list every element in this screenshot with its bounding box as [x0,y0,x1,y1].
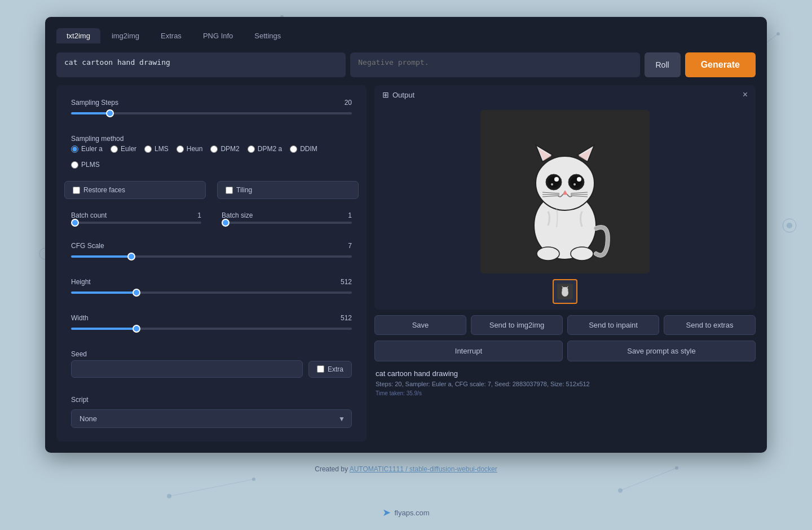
radio-plms[interactable]: PLMS [71,161,100,169]
sampling-steps-value: 20 [345,99,352,107]
generate-button[interactable]: Generate [685,52,756,77]
brand-arrow-icon: ➤ [382,506,391,519]
thumbnail-strip [553,279,577,304]
tab-settings[interactable]: Settings [244,28,291,43]
svg-point-13 [787,223,792,228]
svg-point-17 [618,488,623,493]
generated-image [480,110,650,273]
svg-point-34 [551,183,553,186]
interrupt-button[interactable]: Interrupt [374,341,563,361]
svg-point-43 [537,247,559,260]
output-image-area [374,104,756,310]
output-label-text: Output [392,91,414,99]
seed-input[interactable]: -1 [71,360,303,378]
gen-prompt-title: cat cartoon hand drawing [376,369,754,378]
height-value: 512 [341,278,352,286]
radio-dpm2[interactable]: DPM2 [210,145,239,153]
svg-line-19 [169,479,254,496]
output-header: ⊞ Output × [374,85,756,104]
batch-count-value: 1 [197,211,201,219]
footer-area: Created by AUTOMATIC1111 / stable-diffus… [45,457,767,476]
seed-row: -1 Extra [71,360,352,378]
svg-point-44 [571,247,593,260]
height-slider[interactable] [71,292,352,294]
tab-txt2img[interactable]: txt2img [56,28,100,43]
batch-count-slider[interactable] [71,222,201,224]
cfg-scale-value: 7 [348,242,352,250]
batch-count-label: Batch count [71,211,107,219]
send-inpaint-button[interactable]: Send to inpaint [567,315,659,335]
restore-faces-label: Restore faces [83,186,125,194]
batch-size-value: 1 [348,211,352,219]
output-label: ⊞ Output [382,90,414,99]
tab-extras[interactable]: Extras [151,28,192,43]
width-slider[interactable] [71,328,352,330]
svg-point-32 [554,177,559,182]
sampling-method-row: Euler a Euler LMS Heun DPM2 [71,145,352,169]
batch-row: Batch count 1 Batch size 1 [64,206,359,229]
content-area: Sampling Steps 20 Sampling method Euler … [56,85,756,441]
radio-dpm2a[interactable]: DPM2 a [248,145,282,153]
script-select-wrapper: None ▼ [71,409,352,428]
sampling-method-label: Sampling method [71,135,352,143]
cfg-scale-slider[interactable] [71,255,352,258]
roll-button[interactable]: Roll [645,52,681,77]
cfg-scale-section: CFG Scale 7 [64,236,359,266]
close-button[interactable]: × [743,90,748,100]
tab-img2img[interactable]: img2img [102,28,149,43]
thumbnail-item[interactable] [553,279,577,304]
radio-heun[interactable]: Heun [176,145,203,153]
negative-prompt-input[interactable] [350,52,639,77]
tiling-label: Tiling [236,186,252,194]
seed-section: Seed -1 Extra [64,344,359,383]
script-section: Script None ▼ [64,390,359,434]
sampling-steps-section: Sampling Steps 20 [64,93,359,122]
batch-size-slider[interactable] [222,222,352,224]
svg-point-12 [783,219,796,232]
radio-euler-a[interactable]: Euler a [71,145,103,153]
width-section: Width 512 [64,308,359,338]
left-panel: Sampling Steps 20 Sampling method Euler … [56,85,367,441]
footer-link[interactable]: AUTOMATIC1111 / stable-diffusion-webui-d… [350,465,497,473]
svg-point-8 [776,32,780,36]
prompt-row: cat cartoon hand drawing Roll Generate [56,52,756,77]
script-select[interactable]: None [71,409,352,428]
batch-size-label: Batch size [222,211,253,219]
gen-info: cat cartoon hand drawing Steps: 20, Samp… [374,367,756,399]
height-label: Height [71,278,91,286]
save-button[interactable]: Save [374,315,466,335]
prompt-input[interactable]: cat cartoon hand drawing [56,52,346,77]
tab-bar: txt2img img2img Extras PNG Info Settings [56,28,756,43]
seed-label: Seed [71,350,352,358]
gen-time: Time taken: 35.9/s [376,390,754,396]
tab-png-info[interactable]: PNG Info [193,28,243,43]
batch-count-section: Batch count 1 [64,206,208,229]
width-value: 512 [341,314,352,322]
radio-ddim[interactable]: DDIM [290,145,317,153]
svg-point-16 [252,478,255,481]
radio-euler[interactable]: Euler [111,145,136,153]
script-label: Script [71,396,352,404]
restore-faces-check[interactable]: Restore faces [64,181,206,199]
batch-size-section: Batch size 1 [215,206,359,229]
sampling-steps-slider[interactable] [71,112,352,114]
svg-point-33 [577,177,581,182]
checkbox-row: Restore faces Tiling [64,181,359,199]
gen-details: Steps: 20, Sampler: Euler a, CFG scale: … [376,379,754,389]
sampling-steps-label: Sampling Steps [71,99,118,107]
seed-extra-check[interactable]: Extra [308,361,352,378]
width-label: Width [71,314,89,322]
send-img2img-button[interactable]: Send to img2img [471,315,563,335]
tiling-check[interactable]: Tiling [217,181,359,199]
svg-point-35 [573,183,576,186]
right-panel: ⊞ Output × [374,85,756,441]
main-window: txt2img img2img Extras PNG Info Settings… [45,17,767,453]
save-style-button[interactable]: Save prompt as style [567,341,756,361]
sampling-method-section: Sampling method Euler a Euler LMS Heun [64,129,359,174]
footer-text: Created by AUTOMATIC1111 / stable-diffus… [56,465,756,476]
svg-point-15 [167,494,171,498]
cfg-scale-label: CFG Scale [71,242,104,250]
radio-lms[interactable]: LMS [144,145,169,153]
send-extras-button[interactable]: Send to extras [664,315,756,335]
brand-name: flyaps.com [394,509,429,517]
